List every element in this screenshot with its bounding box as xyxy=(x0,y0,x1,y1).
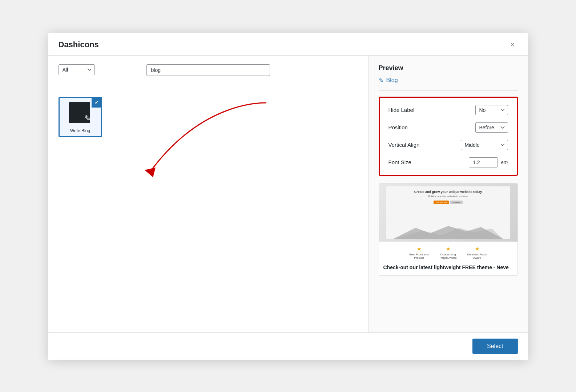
star-item-3: ★ Excellent Plugin Award xyxy=(466,246,488,259)
modal-footer: Select xyxy=(48,332,528,360)
promo-btn-orange: Get started xyxy=(434,201,449,204)
position-select[interactable]: Before After xyxy=(475,122,508,133)
font-size-text: Font Size xyxy=(388,159,411,165)
em-unit-label: em xyxy=(501,159,508,165)
search-input[interactable] xyxy=(146,64,270,76)
star-icon-2: ★ xyxy=(446,246,451,252)
star-text-2: Outstanding Plugin Award xyxy=(437,253,459,259)
dashicons-modal: Dashicons × All Admin Media Post Social xyxy=(48,33,528,360)
promo-btn-row: Get started Preview xyxy=(434,201,462,204)
vertical-align-text: Vertical Align xyxy=(388,142,420,148)
promo-card-title: Check-out our latest lightweight FREE th… xyxy=(379,262,517,275)
filter-select[interactable]: All Admin Media Post Social xyxy=(59,64,95,75)
star-icon-1: ★ xyxy=(417,246,422,252)
svg-marker-0 xyxy=(145,167,156,177)
promo-image: Create and grow your unique website toda… xyxy=(379,183,517,242)
promo-btn-grey: Preview xyxy=(450,201,462,204)
preview-blog-icon: ✎ xyxy=(379,77,383,84)
icon-item-write-blog[interactable]: ✓ ✎ Write Blog xyxy=(59,97,102,137)
close-button[interactable]: × xyxy=(507,39,518,50)
font-size-row: Font Size em xyxy=(388,157,508,167)
icons-grid: ✓ ✎ Write Blog xyxy=(59,97,358,137)
promo-img-subtext: Build a beautiful website in minutes xyxy=(428,195,468,198)
icon-label-write-blog: Write Blog xyxy=(70,128,90,133)
divider xyxy=(379,90,518,91)
star-text-1: Best Front-end Product xyxy=(408,253,430,259)
write-blog-icon-visual: ✎ xyxy=(68,101,93,126)
position-row: Position Before After xyxy=(388,122,508,133)
hide-label-text: Hide Label xyxy=(388,107,415,113)
hide-label-select[interactable]: No Yes xyxy=(475,105,508,115)
select-button[interactable]: Select xyxy=(472,339,517,354)
selected-checkmark: ✓ xyxy=(92,97,102,108)
preview-heading: Preview xyxy=(379,64,518,72)
hide-label-row: Hide Label No Yes xyxy=(388,105,508,115)
promo-card: Create and grow your unique website toda… xyxy=(379,183,518,276)
star-text-3: Excellent Plugin Award xyxy=(466,253,488,259)
preview-icon-row: ✎ Blog xyxy=(379,77,518,84)
modal-body: All Admin Media Post Social xyxy=(48,56,528,332)
settings-box: Hide Label No Yes Position Before After xyxy=(379,97,518,176)
left-panel: All Admin Media Post Social xyxy=(48,56,368,332)
font-size-group: em xyxy=(469,157,508,167)
preview-icon-label: Blog xyxy=(386,77,398,84)
right-panel: Preview ✎ Blog Hide Label No Yes P xyxy=(368,56,528,332)
position-text: Position xyxy=(388,124,408,130)
star-icon-3: ★ xyxy=(475,246,480,252)
promo-image-content: Create and grow your unique website toda… xyxy=(386,186,511,239)
star-item-1: ★ Best Front-end Product xyxy=(408,246,430,259)
promo-stars: ★ Best Front-end Product ★ Outstanding P… xyxy=(379,242,517,262)
modal-header: Dashicons × xyxy=(48,33,528,56)
font-size-input[interactable] xyxy=(469,157,498,167)
vertical-align-select[interactable]: Top Middle Bottom xyxy=(461,140,508,150)
modal-title: Dashicons xyxy=(59,40,99,49)
promo-img-headline: Create and grow your unique website toda… xyxy=(414,190,482,194)
star-item-2: ★ Outstanding Plugin Award xyxy=(437,246,459,259)
vertical-align-row: Vertical Align Top Middle Bottom xyxy=(388,140,508,150)
